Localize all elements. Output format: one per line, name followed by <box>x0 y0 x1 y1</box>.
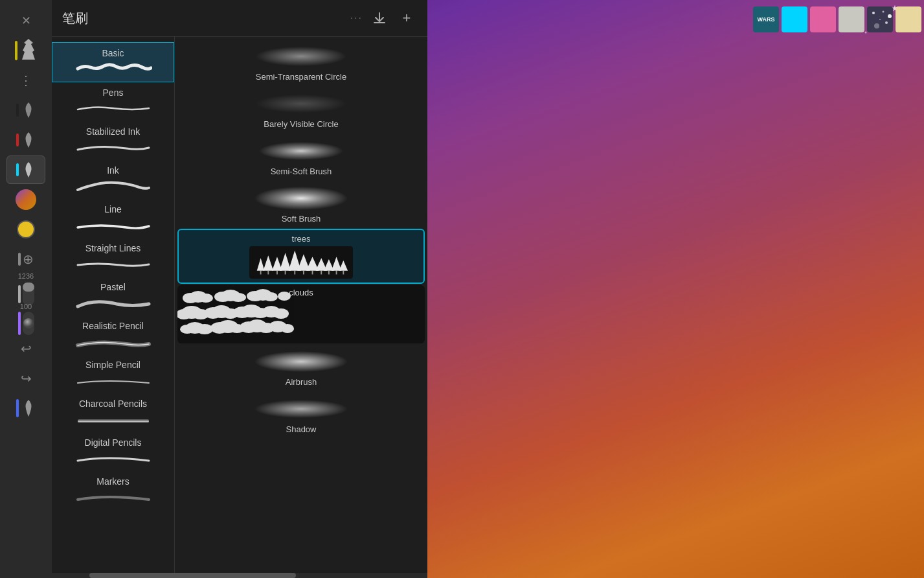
semi-transparent-circle-preview <box>249 43 353 69</box>
brush-list-container: Basic Pens Stabilized Ink <box>52 37 427 573</box>
category-basic-label: Basic <box>102 48 124 58</box>
category-pastel[interactable]: Pastel <box>52 277 174 316</box>
size-display: 1236 <box>6 275 45 303</box>
thumb-4[interactable] <box>839 6 864 32</box>
brush-category-item[interactable] <box>6 36 45 65</box>
white-brush-tool[interactable] <box>6 394 45 422</box>
category-pastel-label: Pastel <box>100 282 126 292</box>
shadow-label: Shadow <box>286 424 317 434</box>
opacity-slider-container <box>18 312 34 335</box>
horizontal-scrollbar[interactable] <box>52 573 427 578</box>
thumb-6[interactable] <box>896 6 921 32</box>
category-digital-pencils[interactable]: Digital Pencils <box>52 432 174 471</box>
more-options-icon: ⋮ <box>19 73 33 88</box>
redo-button[interactable]: ↪ <box>6 364 45 393</box>
category-simple-pencil[interactable]: Simple Pencil <box>52 354 174 393</box>
size-tool[interactable]: ⊕ <box>6 245 45 273</box>
yellow-swatch <box>17 220 35 238</box>
svg-rect-33 <box>260 271 262 275</box>
preset-semi-transparent-circle[interactable]: Semi-Transparent Circle <box>177 40 425 86</box>
soft-brush-label: Soft Brush <box>282 214 321 224</box>
eraser-preview <box>16 131 36 149</box>
preset-shadow[interactable]: Shadow <box>177 392 425 438</box>
white-brush-preview <box>16 399 36 418</box>
red-bar <box>16 133 19 146</box>
eraser-tool[interactable] <box>6 126 45 154</box>
size-control: 1236 <box>18 272 34 305</box>
svg-point-52 <box>264 292 278 301</box>
thumb-2[interactable] <box>782 6 807 32</box>
tree-brush-icon <box>19 39 38 62</box>
svg-point-67 <box>196 324 213 334</box>
top-thumbnails-bar: WARS <box>678 0 924 39</box>
category-realistic-pencil-label: Realistic Pencil <box>82 321 144 331</box>
svg-rect-34 <box>267 271 269 275</box>
category-realistic-pencil[interactable]: Realistic Pencil <box>52 316 174 354</box>
clouds-label: clouds <box>289 288 313 297</box>
white-brush-icon <box>21 399 36 418</box>
color-selector[interactable] <box>6 185 45 214</box>
add-brush-button[interactable]: + <box>396 8 417 29</box>
preset-soft-brush[interactable]: Soft Brush <box>177 181 425 227</box>
category-charcoal-pencils-label: Charcoal Pencils <box>79 399 147 409</box>
svg-rect-43 <box>343 271 344 275</box>
svg-marker-22 <box>257 258 265 271</box>
basic-stroke-preview <box>74 61 152 76</box>
draw-tool[interactable] <box>6 156 45 184</box>
close-button[interactable]: ✕ <box>6 6 45 35</box>
svg-rect-37 <box>294 271 295 275</box>
blue-bar <box>16 399 19 417</box>
preset-barely-visible-circle[interactable]: Barely Visible Circle <box>177 87 425 133</box>
size-preview: ⊕ <box>18 251 34 267</box>
opacity-display: 100 <box>6 305 45 333</box>
svg-rect-42 <box>336 271 337 275</box>
smudge-icon <box>21 101 36 119</box>
category-stabilized-ink[interactable]: Stabilized Ink <box>52 121 174 160</box>
brush-categories: Basic Pens Stabilized Ink <box>52 37 175 573</box>
stabilized-ink-stroke-preview <box>74 139 152 155</box>
gray-sphere-icon <box>23 312 34 335</box>
thumb-1[interactable]: WARS <box>753 6 779 32</box>
semi-transparent-circle-label: Semi-Transparent Circle <box>256 72 346 82</box>
gradient-swatch <box>16 189 36 210</box>
straight-lines-stroke-preview <box>74 256 152 272</box>
category-charcoal-pencils[interactable]: Charcoal Pencils <box>52 393 174 432</box>
category-markers[interactable]: Markers <box>52 471 174 510</box>
smudge-tool[interactable] <box>6 96 45 124</box>
category-ink-label: Ink <box>107 165 119 176</box>
category-digital-pencils-label: Digital Pencils <box>85 437 142 448</box>
svg-point-10 <box>883 11 885 13</box>
preset-clouds[interactable]: clouds <box>177 285 425 343</box>
category-line-label: Line <box>104 204 121 214</box>
more-options-button[interactable]: ⋮ <box>6 66 45 95</box>
download-button[interactable] <box>369 8 390 29</box>
svg-marker-32 <box>339 260 348 271</box>
ink-stroke-preview <box>74 178 152 194</box>
category-basic[interactable]: Basic <box>52 42 174 82</box>
thumb-5[interactable] <box>867 6 893 32</box>
pastel-stroke-preview <box>74 295 152 310</box>
category-pens-label: Pens <box>103 87 124 98</box>
svg-rect-40 <box>321 271 322 275</box>
left-toolbar: ✕ ⋮ <box>0 0 52 578</box>
svg-rect-35 <box>276 271 278 275</box>
preset-semi-soft-brush[interactable]: Semi-Soft Brush <box>177 134 425 180</box>
svg-marker-25 <box>280 253 291 270</box>
category-stabilized-ink-label: Stabilized Ink <box>86 126 140 137</box>
preset-airbrush[interactable]: Airbrush <box>177 345 425 391</box>
svg-rect-41 <box>328 271 330 275</box>
thumb-3[interactable] <box>810 6 836 32</box>
semi-soft-brush-preview <box>249 138 353 164</box>
preset-trees[interactable]: trees <box>177 229 425 284</box>
category-ink[interactable]: Ink <box>52 160 174 199</box>
undo-button[interactable]: ↩ <box>6 334 45 363</box>
category-markers-label: Markers <box>96 476 130 487</box>
category-line[interactable]: Line <box>52 199 174 238</box>
opacity-slider[interactable] <box>23 312 34 335</box>
category-pens[interactable]: Pens <box>52 82 174 121</box>
secondary-color[interactable] <box>6 215 45 244</box>
realistic-pencil-stroke-preview <box>74 334 152 349</box>
soft-brush-preview <box>249 185 353 211</box>
category-straight-lines[interactable]: Straight Lines <box>52 238 174 277</box>
brush-presets: Semi-Transparent Circle Bar <box>175 37 427 573</box>
